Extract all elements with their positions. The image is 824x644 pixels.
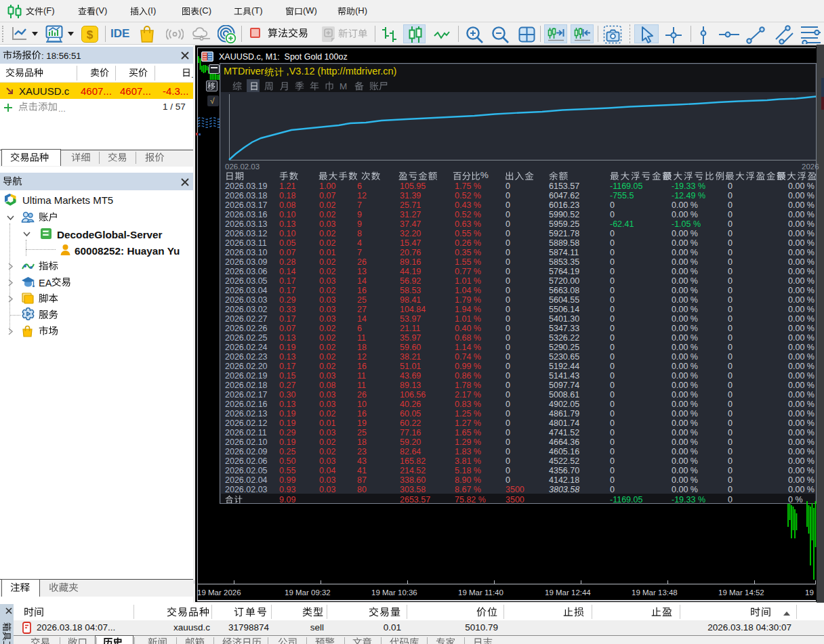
svg-text:$: $ bbox=[87, 28, 94, 41]
